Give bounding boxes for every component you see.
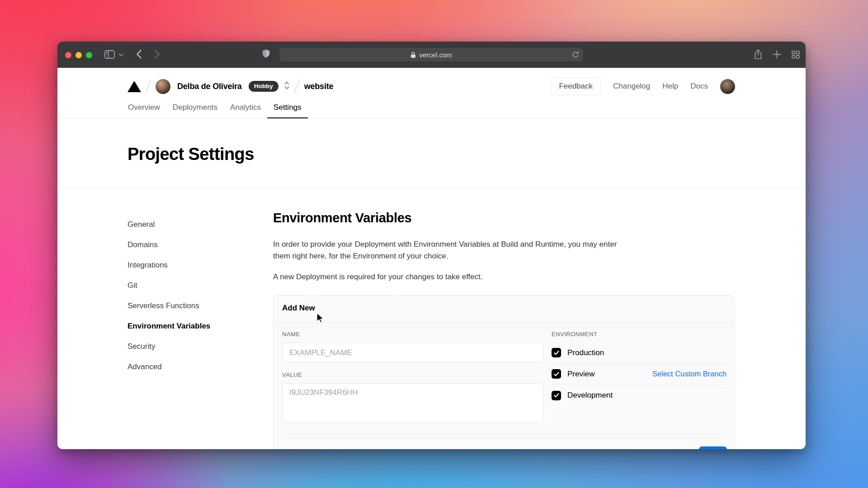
docs-link[interactable]: Docs: [690, 82, 708, 91]
tab-settings[interactable]: Settings: [267, 103, 307, 118]
sidebar-item-security[interactable]: Security: [127, 336, 245, 357]
plan-badge: Hobby: [249, 81, 278, 92]
environment-row-preview: Preview Select Custom Branch: [552, 364, 726, 385]
card-title: Add New: [282, 304, 315, 313]
environment-label: ENVIRONMENT: [552, 331, 598, 338]
forward-button-icon[interactable]: [155, 50, 160, 59]
add-new-card: Add New NAME VALUE ENVIRONMENT Productio…: [273, 295, 735, 449]
team-switcher-icon[interactable]: [284, 81, 290, 92]
sidebar-item-git[interactable]: Git: [127, 275, 245, 296]
preview-checkbox[interactable]: [552, 369, 561, 379]
development-checkbox[interactable]: [552, 391, 561, 400]
vercel-logo[interactable]: [127, 81, 141, 92]
tab-overview[interactable]: Overview: [122, 103, 166, 118]
name-input[interactable]: [282, 343, 543, 363]
sidebar-menu-chevron-icon[interactable]: [119, 53, 123, 56]
traffic-lights: [65, 52, 92, 58]
zoom-window-button[interactable]: [86, 52, 92, 58]
help-link[interactable]: Help: [662, 82, 678, 91]
share-icon[interactable]: [754, 49, 762, 60]
section-note: A new Deployment is required for your ch…: [273, 272, 483, 282]
project-tabs: Overview Deployments Analytics Settings: [122, 103, 308, 118]
sidebar-item-general[interactable]: General: [127, 214, 245, 235]
environment-name: Production: [567, 348, 604, 357]
environment-name: Development: [567, 391, 613, 400]
reload-icon[interactable]: [572, 51, 579, 60]
sidebar-item-serverless-functions[interactable]: Serverless Functions: [127, 296, 245, 316]
settings-sidebar: General Domains Integrations Git Serverl…: [127, 214, 245, 377]
minimize-window-button[interactable]: [75, 52, 82, 58]
breadcrumb: Delba de Oliveira Hobby website: [127, 73, 333, 99]
team-name[interactable]: Delba de Oliveira: [177, 82, 242, 91]
header-actions: Feedback Changelog Help Docs: [551, 73, 735, 99]
changelog-link[interactable]: Changelog: [613, 82, 650, 91]
dashboard-header: Delba de Oliveira Hobby website Feedback…: [57, 68, 806, 118]
sidebar-toggle-icon[interactable]: [104, 50, 115, 59]
environment-name: Preview: [567, 370, 594, 379]
breadcrumb-slash: [294, 80, 300, 93]
sidebar-item-integrations[interactable]: Integrations: [127, 255, 245, 275]
browser-toolbar: vercel.com: [57, 42, 806, 68]
title-section: Project Settings: [57, 118, 806, 189]
page-title: Project Settings: [127, 145, 254, 164]
section-heading: Environment Variables: [273, 211, 411, 225]
card-footer-divider: [283, 437, 725, 438]
sidebar-item-domains[interactable]: Domains: [127, 235, 245, 255]
environment-row-development: Development: [552, 385, 726, 406]
environment-row-production: Production: [552, 343, 726, 363]
close-window-button[interactable]: [65, 52, 71, 58]
team-avatar[interactable]: [156, 79, 170, 94]
url-text: vercel.com: [419, 51, 452, 59]
tab-deployments[interactable]: Deployments: [166, 103, 224, 118]
select-custom-branch-link[interactable]: Select Custom Branch: [652, 370, 726, 378]
settings-content: General Domains Integrations Git Serverl…: [57, 189, 806, 449]
value-input[interactable]: [282, 383, 543, 422]
back-button-icon[interactable]: [137, 50, 142, 59]
vercel-dashboard-page: Delba de Oliveira Hobby website Feedback…: [57, 68, 806, 449]
production-checkbox[interactable]: [552, 348, 561, 357]
feedback-button[interactable]: Feedback: [551, 77, 601, 95]
section-description: In order to provide your Deployment with…: [273, 239, 623, 262]
breadcrumb-slash: [145, 80, 151, 93]
card-divider: [274, 323, 734, 323]
browser-window: vercel.com: [57, 42, 806, 449]
tab-analytics[interactable]: Analytics: [224, 103, 267, 118]
name-label: NAME: [282, 331, 300, 338]
privacy-shield-icon[interactable]: [262, 49, 270, 60]
sidebar-item-advanced[interactable]: Advanced: [127, 357, 245, 377]
value-label: VALUE: [282, 371, 302, 378]
lock-icon: [410, 52, 416, 58]
address-bar[interactable]: vercel.com: [279, 48, 583, 61]
tab-overview-icon[interactable]: [792, 51, 800, 59]
save-button[interactable]: [699, 446, 727, 449]
new-tab-icon[interactable]: [773, 50, 781, 59]
user-avatar[interactable]: [720, 79, 735, 94]
project-name[interactable]: website: [304, 82, 334, 91]
sidebar-item-environment-variables[interactable]: Environment Variables: [127, 316, 245, 336]
